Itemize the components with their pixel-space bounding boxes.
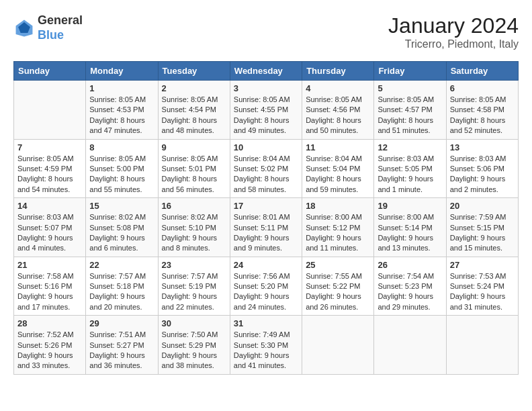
day-number: 13 [450, 142, 515, 152]
calendar-cell: 5Sunrise: 8:05 AM Sunset: 4:57 PM Daylig… [374, 81, 446, 140]
day-number: 6 [450, 83, 515, 93]
logo: General Blue [13, 13, 83, 42]
calendar-cell: 17Sunrise: 8:01 AM Sunset: 5:11 PM Dayli… [230, 198, 302, 257]
day-number: 21 [17, 260, 82, 270]
calendar-cell: 18Sunrise: 8:00 AM Sunset: 5:12 PM Dayli… [302, 198, 374, 257]
day-info: Sunrise: 8:04 AM Sunset: 5:02 PM Dayligh… [234, 154, 298, 195]
day-info: Sunrise: 8:05 AM Sunset: 4:59 PM Dayligh… [17, 154, 82, 195]
day-info: Sunrise: 7:59 AM Sunset: 5:15 PM Dayligh… [450, 212, 515, 254]
day-info: Sunrise: 8:04 AM Sunset: 5:04 PM Dayligh… [306, 154, 370, 195]
day-number: 11 [306, 142, 370, 152]
col-header-thursday: Thursday [302, 62, 374, 81]
day-info: Sunrise: 7:57 AM Sunset: 5:19 PM Dayligh… [162, 271, 226, 313]
day-info: Sunrise: 7:57 AM Sunset: 5:18 PM Dayligh… [89, 271, 154, 313]
calendar-cell: 23Sunrise: 7:57 AM Sunset: 5:19 PM Dayli… [158, 257, 230, 316]
day-info: Sunrise: 8:02 AM Sunset: 5:10 PM Dayligh… [162, 212, 226, 254]
calendar-cell: 8Sunrise: 8:05 AM Sunset: 5:00 PM Daylig… [86, 139, 158, 198]
day-number: 31 [234, 318, 298, 328]
calendar-cell [302, 316, 374, 375]
calendar-cell: 14Sunrise: 8:03 AM Sunset: 5:07 PM Dayli… [14, 198, 86, 257]
calendar-cell: 9Sunrise: 8:05 AM Sunset: 5:01 PM Daylig… [158, 139, 230, 198]
day-info: Sunrise: 7:49 AM Sunset: 5:30 PM Dayligh… [234, 330, 298, 371]
day-number: 18 [306, 201, 370, 211]
calendar-week-row: 7Sunrise: 8:05 AM Sunset: 4:59 PM Daylig… [14, 139, 519, 198]
calendar-cell: 1Sunrise: 8:05 AM Sunset: 4:53 PM Daylig… [86, 81, 158, 140]
day-number: 29 [89, 318, 154, 328]
logo-text-general: General [38, 13, 83, 28]
calendar-cell: 10Sunrise: 8:04 AM Sunset: 5:02 PM Dayli… [230, 139, 302, 198]
day-info: Sunrise: 8:03 AM Sunset: 5:06 PM Dayligh… [450, 154, 515, 195]
col-header-friday: Friday [374, 62, 446, 81]
day-info: Sunrise: 8:00 AM Sunset: 5:14 PM Dayligh… [378, 212, 442, 254]
calendar-week-row: 14Sunrise: 8:03 AM Sunset: 5:07 PM Dayli… [14, 198, 519, 257]
day-info: Sunrise: 7:50 AM Sunset: 5:29 PM Dayligh… [162, 330, 226, 371]
day-info: Sunrise: 8:05 AM Sunset: 4:56 PM Dayligh… [306, 95, 370, 136]
day-number: 19 [378, 201, 442, 211]
logo-icon [13, 17, 35, 39]
page-header: General Blue January 2024 Tricerro, Pied… [13, 13, 519, 50]
calendar-cell [14, 81, 86, 140]
day-info: Sunrise: 7:58 AM Sunset: 5:16 PM Dayligh… [17, 271, 82, 313]
calendar-cell: 26Sunrise: 7:54 AM Sunset: 5:23 PM Dayli… [374, 257, 446, 316]
calendar-cell: 12Sunrise: 8:03 AM Sunset: 5:05 PM Dayli… [374, 139, 446, 198]
col-header-monday: Monday [86, 62, 158, 81]
calendar-cell: 4Sunrise: 8:05 AM Sunset: 4:56 PM Daylig… [302, 81, 374, 140]
page-subtitle: Tricerro, Piedmont, Italy [388, 38, 519, 50]
title-block: January 2024 Tricerro, Piedmont, Italy [388, 13, 519, 50]
calendar-week-row: 21Sunrise: 7:58 AM Sunset: 5:16 PM Dayli… [14, 257, 519, 316]
col-header-saturday: Saturday [446, 62, 518, 81]
calendar-cell [374, 316, 446, 375]
day-number: 8 [89, 142, 154, 152]
day-number: 14 [17, 201, 82, 211]
day-number: 27 [450, 260, 515, 270]
day-info: Sunrise: 7:55 AM Sunset: 5:22 PM Dayligh… [306, 271, 370, 313]
day-info: Sunrise: 8:02 AM Sunset: 5:08 PM Dayligh… [89, 212, 154, 254]
day-number: 24 [234, 260, 298, 270]
day-number: 28 [17, 318, 82, 328]
calendar-table: SundayMondayTuesdayWednesdayThursdayFrid… [13, 61, 519, 375]
day-number: 1 [89, 83, 154, 93]
day-info: Sunrise: 8:01 AM Sunset: 5:11 PM Dayligh… [234, 212, 298, 254]
calendar-cell: 21Sunrise: 7:58 AM Sunset: 5:16 PM Dayli… [14, 257, 86, 316]
day-info: Sunrise: 8:05 AM Sunset: 4:54 PM Dayligh… [162, 95, 226, 136]
day-number: 9 [162, 142, 226, 152]
day-number: 22 [89, 260, 154, 270]
calendar-cell [446, 316, 518, 375]
day-info: Sunrise: 7:56 AM Sunset: 5:20 PM Dayligh… [234, 271, 298, 313]
calendar-cell: 29Sunrise: 7:51 AM Sunset: 5:27 PM Dayli… [86, 316, 158, 375]
day-info: Sunrise: 7:54 AM Sunset: 5:23 PM Dayligh… [378, 271, 442, 313]
day-number: 2 [162, 83, 226, 93]
calendar-cell: 19Sunrise: 8:00 AM Sunset: 5:14 PM Dayli… [374, 198, 446, 257]
day-info: Sunrise: 8:05 AM Sunset: 4:58 PM Dayligh… [450, 95, 515, 136]
day-number: 12 [378, 142, 442, 152]
day-info: Sunrise: 7:52 AM Sunset: 5:26 PM Dayligh… [17, 330, 82, 371]
calendar-cell: 20Sunrise: 7:59 AM Sunset: 5:15 PM Dayli… [446, 198, 518, 257]
day-number: 26 [378, 260, 442, 270]
calendar-week-row: 28Sunrise: 7:52 AM Sunset: 5:26 PM Dayli… [14, 316, 519, 375]
calendar-cell: 25Sunrise: 7:55 AM Sunset: 5:22 PM Dayli… [302, 257, 374, 316]
page-title: January 2024 [388, 13, 519, 38]
day-number: 3 [234, 83, 298, 93]
day-number: 23 [162, 260, 226, 270]
day-info: Sunrise: 8:05 AM Sunset: 4:55 PM Dayligh… [234, 95, 298, 136]
day-info: Sunrise: 8:05 AM Sunset: 4:53 PM Dayligh… [89, 95, 154, 136]
calendar-cell: 7Sunrise: 8:05 AM Sunset: 4:59 PM Daylig… [14, 139, 86, 198]
calendar-cell: 15Sunrise: 8:02 AM Sunset: 5:08 PM Dayli… [86, 198, 158, 257]
calendar-cell: 2Sunrise: 8:05 AM Sunset: 4:54 PM Daylig… [158, 81, 230, 140]
day-info: Sunrise: 8:05 AM Sunset: 4:57 PM Dayligh… [378, 95, 442, 136]
calendar-cell: 27Sunrise: 7:53 AM Sunset: 5:24 PM Dayli… [446, 257, 518, 316]
day-number: 7 [17, 142, 82, 152]
col-header-wednesday: Wednesday [230, 62, 302, 81]
calendar-cell: 24Sunrise: 7:56 AM Sunset: 5:20 PM Dayli… [230, 257, 302, 316]
calendar-cell: 6Sunrise: 8:05 AM Sunset: 4:58 PM Daylig… [446, 81, 518, 140]
calendar-cell: 22Sunrise: 7:57 AM Sunset: 5:18 PM Dayli… [86, 257, 158, 316]
col-header-sunday: Sunday [14, 62, 86, 81]
day-number: 30 [162, 318, 226, 328]
day-number: 16 [162, 201, 226, 211]
calendar-header-row: SundayMondayTuesdayWednesdayThursdayFrid… [14, 62, 519, 81]
day-info: Sunrise: 8:00 AM Sunset: 5:12 PM Dayligh… [306, 212, 370, 254]
day-info: Sunrise: 7:53 AM Sunset: 5:24 PM Dayligh… [450, 271, 515, 313]
day-number: 25 [306, 260, 370, 270]
col-header-tuesday: Tuesday [158, 62, 230, 81]
day-number: 15 [89, 201, 154, 211]
